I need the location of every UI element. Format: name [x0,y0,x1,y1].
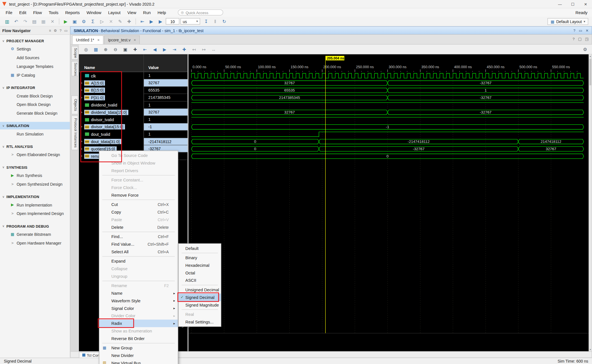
flow-item-language-templates[interactable]: Language Templates [0,62,70,71]
signal-row-dividend-tvalid[interactable]: dividend_tvalid [79,101,143,109]
menu-help[interactable]: Help [154,10,169,15]
radix-item-signed-magnitude[interactable]: Signed Magnitude [178,301,221,309]
previous-marker-icon[interactable]: ↤ [190,46,198,52]
swap-cursors-icon[interactable]: ↔ [209,47,218,52]
radix-item-real-settings[interactable]: Real Settings... [178,318,221,326]
menu-item-go-to-source-code[interactable]: Go To Source Code [99,152,178,159]
signal-row-p-31-0[interactable]: >P[31:0] [79,94,143,101]
previous-transition-icon[interactable]: ◀ [151,46,159,52]
wave-clk[interactable] [191,73,584,78]
menu-tools[interactable]: Tools [45,10,62,15]
zoom-to-cursor-icon[interactable]: ✚ [131,46,139,52]
signal-row-divisor-tdata-15-0[interactable]: >divisor_tdata[15:0] [79,123,143,131]
flow-item-open-block-design[interactable]: Open Block Design [0,100,70,109]
menu-item-show-in-object-window[interactable]: Show in Object Window [99,159,178,167]
go-to-start-icon[interactable]: ⇤ [141,46,149,52]
flow-section-header-implementation[interactable]: ∨IMPLEMENTATION [0,193,70,200]
undo-icon[interactable]: ↶ [12,19,20,24]
quick-access-search[interactable]: ◎ Quick Access [178,9,223,15]
menu-item-cut[interactable]: CutCtrl+X [99,201,178,208]
menu-item-copy[interactable]: CopyCtrl+C [99,208,178,216]
menu-item-paste[interactable]: PasteCtrl+V [99,216,178,223]
flow-section-header-rtl-analysis[interactable]: ∨RTL ANALYSIS [0,143,70,150]
paste-icon[interactable]: ▦ [39,19,47,24]
elaborate-icon[interactable]: ▷ [98,19,106,24]
menu-flow[interactable]: Flow [30,10,45,15]
expand-arrow-icon[interactable]: > [80,110,84,114]
signal-row-dividend-tdata-15-0[interactable]: >dividend_tdata[15:0] [79,109,143,116]
maximize-panel-icon[interactable]: ◳ [585,37,589,41]
menu-item-signal-color[interactable]: Signal Color▸ [99,305,178,312]
zoom-fit-icon[interactable]: ▣ [121,46,129,52]
find-icon[interactable]: ◎ [82,46,90,52]
expand-arrow-icon[interactable]: > [80,88,84,92]
close-tab-icon[interactable]: ✕ [97,38,100,42]
menu-item-rename[interactable]: RenameF2 [99,282,178,289]
minimize-button[interactable]: — [553,0,566,8]
add-marker-icon[interactable]: ✚ [180,46,188,52]
flow-item-open-hardware-manager[interactable]: >Open Hardware Manager [0,238,70,247]
close-button[interactable]: ✕ [579,0,592,8]
signal-row-a-15-0[interactable]: >A[15:0] [79,79,143,87]
expand-arrow-icon[interactable]: > [80,140,84,143]
open-recent-icon[interactable]: ▥ [3,19,11,24]
menu-edit[interactable]: Edit [16,10,30,15]
probe-icon[interactable]: ✚ [125,19,133,24]
menu-item-show-as-enumeration[interactable]: Show as Enumeration [99,327,178,335]
next-transition-icon[interactable]: ▶ [160,46,169,52]
step-icon[interactable]: ↧ [202,19,210,24]
maximize-button[interactable]: ☐ [566,0,579,8]
next-marker-icon[interactable]: ↦ [200,46,208,52]
run-for-time-icon[interactable]: ▶ [156,19,164,24]
menu-run[interactable]: Run [140,10,154,15]
expand-arrow-icon[interactable]: > [80,125,84,129]
flow-item-open-implemented-design[interactable]: >Open Implemented Design [0,209,70,218]
menu-reports[interactable]: Reports [62,10,83,15]
zoom-in-icon[interactable]: ⊕ [101,46,110,52]
vertical-scrollbar[interactable]: ▲ ▼ [589,54,592,351]
options-gear-icon[interactable]: ⚙ [54,28,57,32]
flow-section-header-program-and-debug[interactable]: ∨PROGRAM AND DEBUG [0,222,70,230]
flow-item-ip-catalog[interactable]: ▦IP Catalog [0,70,70,79]
menu-item-force-clock[interactable]: Force Clock... [99,184,178,191]
flow-item-add-sources[interactable]: Add Sources [0,53,70,62]
redo-icon[interactable]: ↷ [21,19,29,24]
zoom-out-icon[interactable]: ⊖ [111,46,120,52]
expand-arrow-icon[interactable]: > [80,154,84,158]
delete-icon[interactable]: ✕ [48,19,56,24]
scroll-up-icon[interactable]: ▲ [589,55,591,57]
flow-item-generate-bitstream[interactable]: ▦Generate Bitstream [0,230,70,239]
restart-sim-icon[interactable]: ⇤ [138,19,146,24]
radix-item-ascii[interactable]: ASCII [178,277,221,284]
radix-item-octal[interactable]: Octal [178,269,221,277]
signal-row-dout-tdata-31-0[interactable]: >dout_tdata[31:0] [79,138,143,145]
menu-item-expand[interactable]: Expand [99,257,178,265]
radix-item-hexadecimal[interactable]: Hexadecimal [178,261,221,269]
wave-settings-gear-icon[interactable]: ⚙ [583,46,587,52]
side-tab-sources[interactable]: Sources [71,61,78,76]
side-tab-scope[interactable]: Scope [71,46,78,59]
name-column-header[interactable]: Name [79,54,143,72]
settings-gear-icon[interactable]: ⚙ [80,19,88,24]
menu-item-waveform-style[interactable]: Waveform Style▸ [99,297,178,305]
menu-item-report-drivers[interactable]: Report Drivers [99,167,178,174]
help-icon[interactable]: ? [573,37,575,41]
value-column-header[interactable]: Value [144,54,187,72]
menu-layout[interactable]: Layout [105,10,124,15]
copy-icon[interactable]: ▤ [30,19,38,24]
menu-item-force-constant[interactable]: Force Constant... [99,176,178,184]
flow-item-open-elaborated-design[interactable]: >Open Elaborated Design [0,150,70,159]
flow-item-open-synthesized-design[interactable]: >Open Synthesized Design [0,180,70,188]
edit-icon[interactable]: ✎ [116,19,124,24]
flow-item-run-simulation[interactable]: Run Simulation [0,129,70,138]
help-icon[interactable]: ? [573,28,575,32]
side-tab-protocol-instances[interactable]: Protocol Instances [71,116,78,150]
run-all-icon[interactable]: ▶ [147,19,155,24]
menu-view[interactable]: View [124,10,140,15]
time-unit-dropdown[interactable]: us ▾ [180,18,200,25]
run-time-input[interactable] [166,18,179,25]
flow-item-run-implementation[interactable]: ▶Run Implementation [0,200,70,209]
flow-section-header-ip-integrator[interactable]: ∨IP INTEGRATOR [0,84,70,91]
float-window-icon[interactable]: ▢ [578,37,582,41]
menu-item-remove-force[interactable]: Remove Force [99,191,178,199]
